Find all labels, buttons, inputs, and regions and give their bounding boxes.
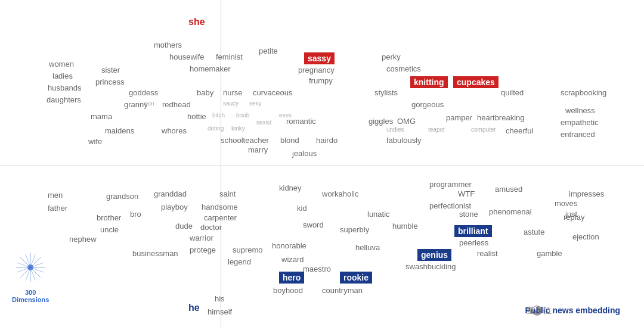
word-kinky: kinky (231, 125, 245, 132)
word-brother: brother (97, 213, 121, 222)
vertical-axis (221, 0, 221, 327)
word-cupcakes: cupcakes (453, 76, 499, 88)
word-stone: stone (459, 210, 478, 219)
word-phenomenal: phenomenal (489, 207, 532, 216)
word-cosmetics: cosmetics (386, 64, 421, 73)
word-genius: genius (417, 249, 451, 261)
word-nephew: nephew (69, 235, 97, 244)
word-legend: legend (228, 257, 251, 266)
word-hairdo: hairdo (316, 136, 338, 145)
word-warrior: warrior (190, 233, 213, 242)
word-bro: bro (130, 210, 141, 219)
horizontal-axis (0, 166, 644, 166)
word-ladies: ladies (52, 71, 73, 80)
svg-point-8 (27, 264, 33, 270)
word-fabulously: fabulously (386, 136, 422, 145)
word-himself: himself (208, 307, 232, 316)
word-dude: dude (175, 222, 193, 231)
word-he: he (188, 303, 200, 313)
word-curvaceous: curvaceous (253, 88, 292, 97)
word-doting: doting (208, 125, 224, 132)
word-impresses: impresses (569, 189, 604, 198)
word-scrapbooking: scrapbooking (561, 88, 606, 97)
word-women: women (49, 60, 74, 68)
word-protege: protege (190, 245, 216, 254)
word-superbly: superbly (340, 225, 369, 234)
word-she: she (188, 17, 205, 27)
word-playboy: playboy (161, 203, 188, 211)
word-pregnancy: pregnancy (298, 66, 335, 74)
word-blond: blond (280, 136, 299, 145)
word-redhead: redhead (162, 100, 191, 109)
word-petite: petite (259, 46, 278, 55)
word-helluva: helluva (355, 243, 380, 252)
word-frumpy: frumpy (309, 76, 333, 85)
logo-burst-icon (13, 250, 48, 285)
word-doctor: doctor (200, 223, 222, 232)
word-rookie: rookie (340, 272, 372, 284)
word-maidens: maidens (105, 126, 134, 135)
word-humble: humble (392, 222, 418, 231)
word-carpenter: carpenter (204, 213, 237, 222)
word-sexy: sexy (249, 100, 262, 107)
word-maestro: maestro (303, 264, 331, 273)
word-perky: perky (382, 52, 401, 61)
word-hottie: hottie (187, 112, 206, 121)
word-undies: undies (386, 126, 404, 133)
word-wellness: wellness (565, 106, 595, 115)
word-granny: granny (124, 100, 148, 109)
word-princess: princess (95, 77, 124, 86)
word-omg: OMG (397, 117, 416, 126)
word-sassy: sassy (304, 52, 335, 64)
word-sword: sword (303, 220, 324, 229)
word-workaholic: workaholic (322, 189, 358, 198)
word-uncle: uncle (100, 225, 119, 234)
word-giggles: giggles (369, 117, 393, 126)
word-gorgeous: gorgeous (411, 100, 444, 109)
word-supremo: supremo (233, 245, 263, 254)
word-wife: wife (88, 137, 102, 146)
word-saucy: saucy (223, 100, 239, 107)
word-kid: kid (297, 204, 307, 213)
word-heartbreaking: heartbreaking (477, 113, 525, 122)
word-grandson: grandson (106, 192, 138, 201)
word-men: men (48, 191, 63, 200)
word-quilted: quilted (501, 88, 524, 97)
word-entranced: entranced (561, 130, 595, 139)
word-wizard: wizard (281, 255, 304, 264)
word-husbands: husbands (48, 83, 81, 92)
word-stylists: stylists (374, 88, 398, 97)
word-honorable: honorable (272, 241, 306, 250)
word-housewife: housewife (169, 52, 205, 61)
word-boyhood: boyhood (273, 286, 303, 295)
word-romantic: romantic (286, 117, 316, 126)
word-replay: replay (564, 213, 584, 222)
word-sexist: sexist (256, 119, 272, 126)
word-ejection: ejection (572, 232, 599, 241)
word-brilliant: brilliant (454, 225, 492, 237)
word-hero: hero (279, 272, 304, 284)
word-saint: saint (219, 189, 236, 198)
word-handsome: handsome (202, 203, 238, 211)
word-granddad: granddad (154, 189, 187, 198)
word-mothers: mothers (154, 41, 182, 49)
word-kidney: kidney (279, 183, 302, 192)
word-bitch: bitch (212, 112, 225, 119)
word-cloud: 300Dimensions ◕ Public news embedding 量子… (0, 0, 644, 327)
word-feminist: feminist (216, 52, 243, 61)
word-cheerful: cheerful (506, 126, 533, 135)
word-computer: computer (471, 126, 496, 133)
word-knitting: knitting (410, 76, 448, 88)
word-baby: baby (197, 88, 213, 97)
watermark-text: 量子位 (527, 306, 552, 316)
word-schoolteacher: schoolteacher (221, 136, 269, 145)
word-homemaker: homemaker (190, 64, 231, 73)
logo-text: 300Dimensions (12, 289, 49, 303)
word-daughters: daughters (47, 95, 81, 104)
word-programmer: programmer (429, 180, 472, 189)
word-perfectionist: perfectionist (429, 201, 471, 210)
word-jealous: jealous (292, 149, 317, 158)
word-pamper: pamper (446, 113, 472, 122)
word-his: his (215, 294, 225, 303)
word-swashbuckling: swashbuckling (405, 262, 456, 271)
